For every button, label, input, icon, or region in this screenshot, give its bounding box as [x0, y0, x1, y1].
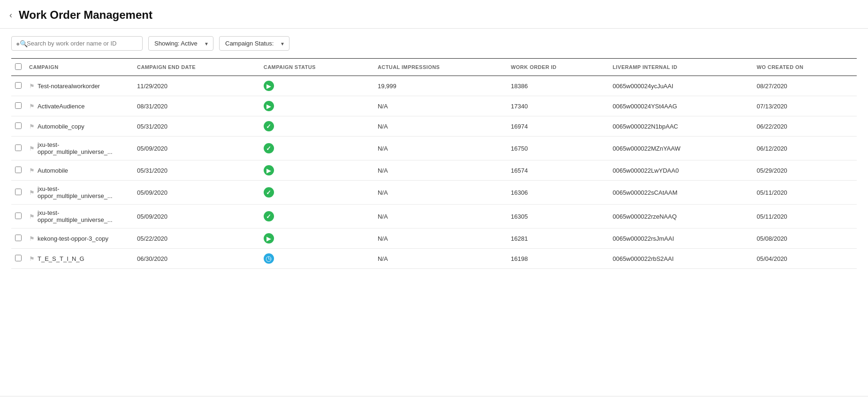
campaign-end-date: 05/09/2020 — [133, 181, 260, 205]
table-row: ⚑Automobile_copy05/31/2020✓N/A169740065w… — [11, 116, 857, 137]
wo-created-on: 05/11/2020 — [753, 205, 857, 228]
campaign-name: Test-notarealworkorder — [38, 83, 100, 90]
campaign-name: Automobile — [38, 167, 68, 174]
header-created-on: WO CREATED ON — [753, 59, 857, 76]
status-icon: ▶ — [264, 101, 274, 111]
status-icon: ▶ — [264, 165, 274, 175]
campaign-name: kekong-test-oppor-3_copy — [38, 235, 108, 242]
page-title: Work Order Management — [19, 8, 152, 22]
flag-icon: ⚑ — [29, 145, 35, 152]
status-icon: ✓ — [264, 121, 274, 131]
liveramp-internal-id: 0065w000022rsJmAAI — [609, 228, 753, 249]
table-body: ⚑Test-notarealworkorder11/29/2020▶19,999… — [11, 76, 857, 269]
row-checkbox[interactable] — [15, 122, 22, 129]
work-order-id: 16750 — [507, 137, 609, 160]
row-checkbox[interactable] — [15, 167, 22, 173]
campaign-status: ▶ — [260, 228, 374, 249]
row-checkbox[interactable] — [15, 102, 22, 109]
actual-impressions: N/A — [374, 205, 507, 228]
header-liveramp-id: LIVERAMP INTERNAL ID — [609, 59, 753, 76]
header-work-order-id: WORK ORDER ID — [507, 59, 609, 76]
toolbar: ●🔍 Showing: ActiveInactiveAll Campaign S… — [0, 29, 868, 58]
actual-impressions: N/A — [374, 137, 507, 160]
back-button[interactable]: ‹ — [8, 10, 14, 20]
campaign-status: ✓ — [260, 181, 374, 205]
status-icon: ◷ — [264, 253, 274, 264]
campaign-status-select-wrapper: Campaign Status:AllActiveCompletePending — [219, 36, 289, 51]
liveramp-internal-id: 0065w000022MZnYAAW — [609, 137, 753, 160]
table-row: ⚑Test-notarealworkorder11/29/2020▶19,999… — [11, 76, 857, 96]
status-icon: ✓ — [264, 211, 274, 221]
select-all-checkbox[interactable] — [15, 63, 22, 70]
campaign-status: ✓ — [260, 137, 374, 160]
header-status: CAMPAIGN STATUS — [260, 59, 374, 76]
table-row: ⚑kekong-test-oppor-3_copy05/22/2020▶N/A1… — [11, 228, 857, 249]
row-checkbox[interactable] — [15, 145, 22, 151]
work-order-id: 16306 — [507, 181, 609, 205]
table-header: CAMPAIGN CAMPAIGN END DATE CAMPAIGN STAT… — [11, 59, 857, 76]
liveramp-internal-id: 0065w000022rzeNAAQ — [609, 205, 753, 228]
wo-created-on: 05/08/2020 — [753, 228, 857, 249]
status-icon: ✓ — [264, 143, 274, 153]
flag-icon: ⚑ — [29, 235, 35, 242]
status-icon: ▶ — [264, 233, 274, 244]
row-checkbox[interactable] — [15, 189, 22, 195]
work-order-id: 16198 — [507, 249, 609, 269]
liveramp-internal-id: 0065w000022LwYDAA0 — [609, 160, 753, 181]
campaign-end-date: 05/31/2020 — [133, 116, 260, 137]
liveramp-internal-id: 0065w000022N1bpAAC — [609, 116, 753, 137]
work-orders-table: CAMPAIGN CAMPAIGN END DATE CAMPAIGN STAT… — [11, 58, 857, 269]
actual-impressions: N/A — [374, 116, 507, 137]
header-checkbox-col — [11, 59, 25, 76]
row-checkbox[interactable] — [15, 255, 22, 261]
row-checkbox[interactable] — [15, 213, 22, 219]
liveramp-internal-id: 0065w000024YSt4AAG — [609, 96, 753, 116]
liveramp-internal-id: 0065w000022sCAtAAM — [609, 181, 753, 205]
wo-created-on: 05/04/2020 — [753, 249, 857, 269]
search-wrapper: ●🔍 — [11, 36, 143, 51]
liveramp-internal-id: 0065w000024ycJuAAI — [609, 76, 753, 96]
campaign-end-date: 05/09/2020 — [133, 205, 260, 228]
header-campaign: CAMPAIGN — [25, 59, 133, 76]
row-checkbox[interactable] — [15, 82, 22, 89]
campaign-end-date: 06/30/2020 — [133, 249, 260, 269]
campaign-name: jxu-test-oppor_multiple_universe_... — [38, 209, 129, 223]
flag-icon: ⚑ — [29, 83, 35, 90]
flag-icon: ⚑ — [29, 189, 35, 196]
campaign-status: ▶ — [260, 96, 374, 116]
campaign-name: ActivateAudience — [38, 103, 84, 110]
work-order-id: 16574 — [507, 160, 609, 181]
status-icon: ▶ — [264, 81, 274, 91]
header-end-date: CAMPAIGN END DATE — [133, 59, 260, 76]
search-icon: ●🔍 — [16, 40, 28, 47]
flag-icon: ⚑ — [29, 103, 35, 110]
table-row: ⚑T_E_S_T_I_N_G06/30/2020◷N/A161980065w00… — [11, 249, 857, 269]
wo-created-on: 08/27/2020 — [753, 76, 857, 96]
showing-select-wrapper: Showing: ActiveInactiveAll — [148, 36, 213, 51]
campaign-name: Automobile_copy — [38, 123, 84, 130]
flag-icon: ⚑ — [29, 167, 35, 174]
campaign-end-date: 11/29/2020 — [133, 76, 260, 96]
flag-icon: ⚑ — [29, 213, 35, 220]
work-order-id: 17340 — [507, 96, 609, 116]
campaign-end-date: 05/09/2020 — [133, 137, 260, 160]
flag-icon: ⚑ — [29, 123, 35, 130]
campaign-status: ✓ — [260, 116, 374, 137]
actual-impressions: N/A — [374, 96, 507, 116]
wo-created-on: 05/29/2020 — [753, 160, 857, 181]
campaign-name: jxu-test-oppor_multiple_universe_... — [38, 141, 129, 155]
campaign-status: ◷ — [260, 249, 374, 269]
table-row: ⚑jxu-test-oppor_multiple_universe_...05/… — [11, 181, 857, 205]
campaign-status-select[interactable]: Campaign Status:AllActiveCompletePending — [219, 36, 289, 51]
campaign-end-date: 05/31/2020 — [133, 160, 260, 181]
campaign-name: T_E_S_T_I_N_G — [38, 255, 84, 262]
showing-select[interactable]: Showing: ActiveInactiveAll — [148, 36, 213, 51]
campaign-name: jxu-test-oppor_multiple_universe_... — [38, 185, 129, 199]
header-impressions: ACTUAL IMPRESSIONS — [374, 59, 507, 76]
wo-created-on: 06/12/2020 — [753, 137, 857, 160]
table-row: ⚑jxu-test-oppor_multiple_universe_...05/… — [11, 137, 857, 160]
campaign-end-date: 05/22/2020 — [133, 228, 260, 249]
search-input[interactable] — [11, 36, 143, 51]
row-checkbox[interactable] — [15, 235, 22, 241]
wo-created-on: 05/11/2020 — [753, 181, 857, 205]
